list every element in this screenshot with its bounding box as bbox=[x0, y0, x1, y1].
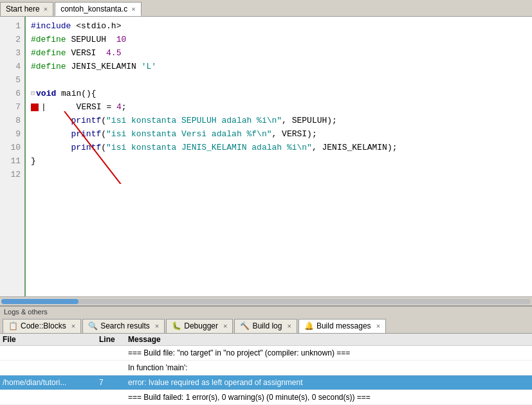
code-line-11: } bbox=[31, 154, 527, 168]
tab-contoh-konstanta[interactable]: contoh_konstanta.c × bbox=[55, 2, 142, 16]
editor-content: 1 2 3 4 5 6 7 8 9 10 11 12 #include <std… bbox=[0, 17, 532, 296]
code-line-3: #define VERSI 4.5 bbox=[31, 46, 527, 60]
error-marker bbox=[31, 104, 39, 111]
fold-icon-6: ⊟ bbox=[31, 87, 35, 100]
code-line-4: #define JENIS_KELAMIN 'L' bbox=[31, 60, 527, 73]
h-scrollbar[interactable] bbox=[0, 296, 532, 305]
tab-start-here[interactable]: Start here × bbox=[0, 2, 53, 16]
h-scrollbar-track[interactable] bbox=[1, 299, 531, 304]
logs-tab-buildlog-icon: 🔨 bbox=[240, 321, 250, 330]
bm-row-1-file bbox=[3, 347, 99, 359]
code-line-8: printf ( "isi konstanta SEPULUH adalah %… bbox=[31, 114, 527, 127]
tab-start-here-label: Start here bbox=[6, 4, 40, 14]
logs-tab-codeblocks[interactable]: 📋 Code::Blocks × bbox=[3, 319, 81, 333]
bm-col-msg-header: Message bbox=[128, 335, 529, 344]
logs-tab-search-icon: 🔍 bbox=[88, 321, 98, 330]
logs-tab-buildlog-label: Build log bbox=[252, 321, 282, 330]
logs-tab-debugger-close[interactable]: × bbox=[223, 322, 227, 330]
build-messages-panel: File Line Message === Build file: "no ta… bbox=[0, 334, 532, 405]
tab-bar: Start here × contoh_konstanta.c × bbox=[0, 0, 532, 17]
bm-col-line-header: Line bbox=[99, 335, 128, 344]
tab-contoh-konstanta-close[interactable]: × bbox=[131, 5, 135, 13]
logs-tabs: 📋 Code::Blocks × 🔍 Search results × 🐛 De… bbox=[0, 317, 532, 334]
logs-tab-search[interactable]: 🔍 Search results × bbox=[82, 319, 165, 333]
logs-tab-debugger[interactable]: 🐛 Debugger × bbox=[166, 319, 233, 333]
bm-row-4: === Build failed: 1 error(s), 0 warning(… bbox=[0, 390, 532, 405]
logs-tab-search-close[interactable]: × bbox=[155, 322, 159, 330]
bm-row-2-line bbox=[99, 362, 128, 374]
code-line-1: #include <stdio.h> bbox=[31, 19, 527, 33]
bm-row-4-file bbox=[3, 392, 99, 403]
logs-tab-buildmessages[interactable]: 🔔 Build messages × bbox=[298, 319, 386, 333]
code-line-12 bbox=[31, 168, 527, 181]
bm-col-file-header: File bbox=[3, 335, 99, 344]
bm-row-3-msg: error: lvalue required as left operand o… bbox=[128, 377, 529, 388]
logs-tab-buildmessages-close[interactable]: × bbox=[376, 322, 380, 330]
logs-tab-buildmessages-icon: 🔔 bbox=[304, 321, 314, 330]
logs-tab-codeblocks-label: Code::Blocks bbox=[21, 321, 66, 330]
logs-tab-codeblocks-icon: 📋 bbox=[8, 321, 18, 330]
code-line-7: | VERSI = 4; bbox=[31, 100, 527, 114]
tab-start-here-close[interactable]: × bbox=[44, 5, 48, 13]
bm-row-1-msg: === Build file: "no target" in "no proje… bbox=[128, 347, 529, 359]
code-line-5 bbox=[31, 73, 527, 87]
code-line-9: printf ( "isi konstanta Versi adalah %f\… bbox=[31, 127, 527, 141]
bm-row-4-line bbox=[99, 392, 128, 403]
tab-contoh-konstanta-label: contoh_konstanta.c bbox=[60, 4, 127, 14]
logs-tab-search-label: Search results bbox=[100, 321, 150, 330]
bm-row-1: === Build file: "no target" in "no proje… bbox=[0, 346, 532, 361]
logs-section-label: Logs & others bbox=[0, 307, 532, 317]
editor-area: 1 2 3 4 5 6 7 8 9 10 11 12 #include <std… bbox=[0, 17, 532, 305]
code-line-10: printf ( "isi konstanta JENIS_KELAMIN ad… bbox=[31, 141, 527, 154]
logs-tab-buildmessages-label: Build messages bbox=[316, 321, 371, 330]
bm-header: File Line Message bbox=[0, 334, 532, 346]
bm-row-1-line bbox=[99, 347, 128, 359]
bm-row-2-file bbox=[3, 362, 99, 374]
h-scrollbar-thumb[interactable] bbox=[1, 299, 78, 304]
bm-row-3[interactable]: /home/dian/tutori... 7 error: lvalue req… bbox=[0, 375, 532, 390]
code-line-2: #define SEPULUH 10 bbox=[31, 33, 527, 46]
logs-tab-debugger-label: Debugger bbox=[184, 321, 218, 330]
logs-tab-buildlog-close[interactable]: × bbox=[287, 322, 291, 330]
bm-row-3-file: /home/dian/tutori... bbox=[3, 377, 99, 388]
line-numbers: 1 2 3 4 5 6 7 8 9 10 11 12 bbox=[0, 17, 26, 296]
code-area[interactable]: #include <stdio.h> #define SEPULUH 10 #d… bbox=[26, 17, 532, 184]
bm-row-2-msg: In function 'main': bbox=[128, 362, 529, 374]
logs-tab-codeblocks-close[interactable]: × bbox=[71, 322, 75, 330]
bm-row-3-line: 7 bbox=[99, 377, 128, 388]
logs-section: Logs & others 📋 Code::Blocks × 🔍 Search … bbox=[0, 305, 532, 405]
logs-tab-buildlog[interactable]: 🔨 Build log × bbox=[234, 319, 297, 333]
bm-row-2: In function 'main': bbox=[0, 361, 532, 375]
code-wrapper[interactable]: #include <stdio.h> #define SEPULUH 10 #d… bbox=[26, 17, 532, 296]
code-line-6: ⊟ void main(){ bbox=[31, 87, 527, 100]
bm-row-4-msg: === Build failed: 1 error(s), 0 warning(… bbox=[128, 392, 529, 403]
logs-tab-debugger-icon: 🐛 bbox=[172, 321, 181, 330]
